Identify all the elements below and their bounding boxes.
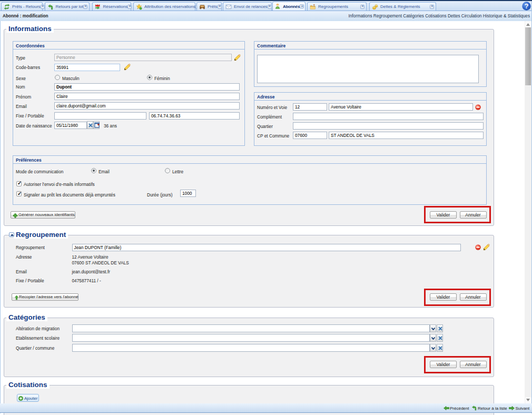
svg-text:?: ? xyxy=(525,3,529,10)
